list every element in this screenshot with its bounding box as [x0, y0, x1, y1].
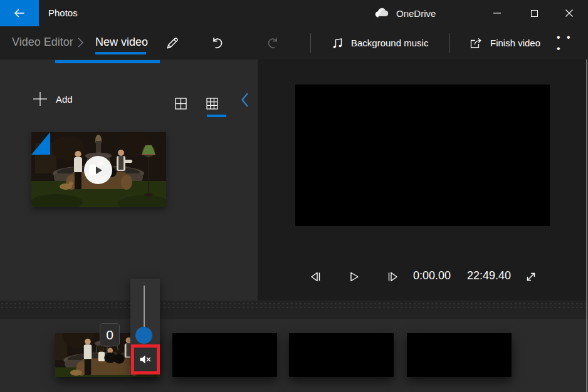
- back-arrow-icon: [13, 7, 26, 19]
- undo-button[interactable]: [207, 33, 227, 53]
- toolbar-divider: [449, 33, 450, 53]
- export-icon: [469, 37, 483, 49]
- next-frame-button[interactable]: [384, 269, 401, 285]
- more-dots-icon: • • •: [557, 32, 579, 54]
- fullscreen-icon: [525, 271, 537, 283]
- background-music-button[interactable]: Background music: [332, 26, 428, 59]
- breadcrumb-chevron-icon: [77, 37, 84, 48]
- timeline-track-band: [0, 301, 588, 319]
- timeline-clip-2[interactable]: [172, 333, 277, 377]
- finish-video-button[interactable]: Finish video: [469, 26, 540, 59]
- volume-value-tooltip: 0: [100, 323, 120, 346]
- redo-icon: [266, 36, 280, 50]
- view-grid-small-button[interactable]: [199, 91, 224, 116]
- video-preview[interactable]: [295, 85, 550, 226]
- add-media-button[interactable]: Add: [33, 91, 73, 106]
- see-more-button[interactable]: • • •: [557, 33, 579, 53]
- undo-icon: [210, 36, 224, 50]
- app-title: Photos: [48, 0, 78, 26]
- onedrive-cloud-icon: [374, 8, 391, 19]
- rename-project-button[interactable]: [162, 33, 182, 53]
- previous-frame-icon: [309, 271, 323, 283]
- breadcrumb-video-editor[interactable]: Video Editor: [12, 26, 73, 59]
- library-video-thumbnail[interactable]: [31, 132, 166, 207]
- back-button[interactable]: [0, 0, 39, 26]
- project-library-panel: Add: [0, 59, 258, 301]
- background-music-label: Background music: [351, 38, 428, 48]
- mute-button-highlighted[interactable]: [131, 344, 160, 374]
- grid-3x3-icon: [206, 98, 218, 110]
- photos-app-window: Photos OneDrive Video Editor New video: [0, 0, 588, 392]
- collapse-panel-button[interactable]: [238, 90, 251, 110]
- view-selected-underline: [207, 115, 226, 117]
- redo-button[interactable]: [263, 33, 283, 53]
- chevron-left-icon: [241, 92, 249, 108]
- previous-frame-button[interactable]: [308, 269, 324, 285]
- total-duration: 22:49.40: [467, 269, 513, 282]
- editor-toolbar: Video Editor New video Background: [0, 26, 588, 59]
- music-note-icon: [332, 37, 344, 49]
- pencil-icon: [165, 36, 179, 50]
- plus-icon: [33, 91, 48, 106]
- timeline-clip-4[interactable]: [407, 333, 512, 377]
- elapsed-time: 0:00.00: [413, 269, 451, 282]
- add-label: Add: [56, 94, 73, 105]
- play-button[interactable]: [346, 269, 362, 285]
- project-name-underline: [95, 52, 146, 54]
- fullscreen-button[interactable]: [523, 269, 539, 285]
- play-overlay-button[interactable]: [84, 156, 112, 184]
- muted-speaker-icon: [139, 353, 152, 366]
- storyboard-timeline: [0, 319, 588, 392]
- volume-slider-thumb[interactable]: [135, 327, 152, 344]
- play-icon: [93, 165, 104, 176]
- finish-video-label: Finish video: [490, 38, 540, 48]
- view-grid-large-button[interactable]: [168, 91, 193, 116]
- maximize-button[interactable]: [523, 0, 545, 26]
- title-bar: Photos OneDrive: [0, 0, 588, 26]
- onedrive-status[interactable]: OneDrive: [374, 0, 436, 26]
- close-button[interactable]: [559, 0, 580, 26]
- volume-value: 0: [106, 328, 113, 343]
- dotted-texture: [0, 302, 588, 309]
- minimize-button[interactable]: [486, 0, 508, 26]
- breadcrumb-project-name[interactable]: New video: [95, 26, 148, 59]
- play-icon: [348, 271, 360, 283]
- toolbar-divider: [310, 33, 311, 53]
- grid-2x2-icon: [175, 98, 187, 110]
- onedrive-label: OneDrive: [396, 8, 436, 19]
- next-frame-icon: [386, 271, 399, 283]
- clip-selection-bar: [55, 60, 160, 63]
- scrollbar-edge: [586, 59, 587, 392]
- timeline-clip-3[interactable]: [289, 333, 394, 377]
